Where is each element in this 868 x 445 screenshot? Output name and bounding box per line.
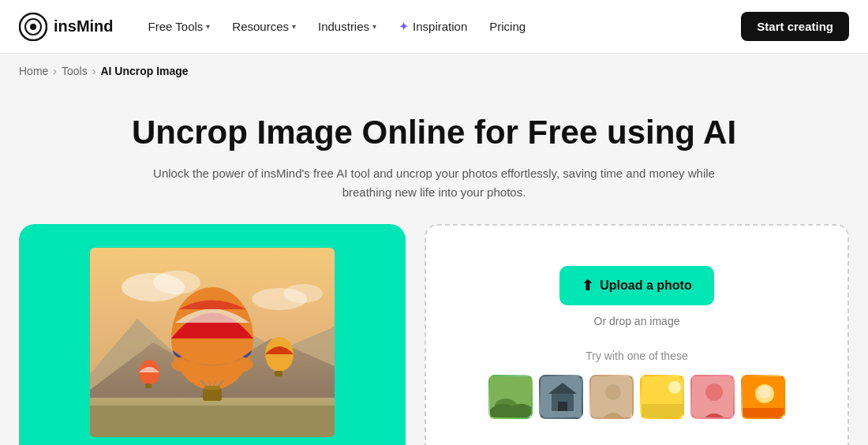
svg-rect-21 xyxy=(275,371,282,376)
sparkle-icon: ✦ xyxy=(398,19,409,34)
svg-rect-15 xyxy=(204,386,220,390)
logo[interactable]: insMind xyxy=(19,13,114,41)
breadcrumb-tools[interactable]: Tools xyxy=(62,65,88,77)
breadcrumb-separator: › xyxy=(53,65,57,77)
sample-thumb-6[interactable] xyxy=(741,375,785,419)
drop-text: Or drop an image xyxy=(594,315,680,327)
chevron-down-icon: ▾ xyxy=(206,22,210,31)
sample-thumb-3[interactable] xyxy=(589,375,634,419)
logo-icon xyxy=(19,13,47,41)
breadcrumb-separator: › xyxy=(92,65,96,77)
upload-panel: ⬆ Upload a photo Or drop an image Try wi… xyxy=(425,224,849,445)
svg-point-5 xyxy=(153,271,200,294)
nav-resources[interactable]: Resources ▾ xyxy=(223,13,305,39)
sample-images-row xyxy=(488,375,785,419)
svg-point-35 xyxy=(668,381,681,394)
breadcrumb: Home › Tools › AI Uncrop Image xyxy=(0,54,868,88)
nav-free-tools[interactable]: Free Tools ▾ xyxy=(139,13,220,39)
svg-rect-14 xyxy=(203,388,222,401)
chevron-down-icon: ▾ xyxy=(372,22,376,31)
nav-links: Free Tools ▾ Resources ▾ Industries ▾ ✦ … xyxy=(139,13,735,40)
balloon-preview-image xyxy=(90,248,335,437)
svg-rect-23 xyxy=(145,383,152,388)
svg-point-41 xyxy=(758,386,771,398)
upload-icon: ⬆ xyxy=(582,277,593,294)
navbar: insMind Free Tools ▾ Resources ▾ Industr… xyxy=(0,0,868,54)
svg-point-37 xyxy=(705,383,723,401)
svg-point-32 xyxy=(605,384,621,400)
svg-rect-30 xyxy=(558,402,567,411)
chevron-down-icon: ▾ xyxy=(292,22,296,31)
sample-thumb-2[interactable] xyxy=(539,375,583,419)
preview-panel xyxy=(19,224,406,445)
svg-rect-40 xyxy=(743,408,785,419)
svg-rect-34 xyxy=(642,404,684,419)
brand-name: insMind xyxy=(54,17,114,36)
start-creating-button[interactable]: Start creating xyxy=(741,12,849,41)
breadcrumb-home[interactable]: Home xyxy=(19,65,48,77)
breadcrumb-current: AI Uncrop Image xyxy=(100,65,188,77)
sample-thumb-1[interactable] xyxy=(488,375,533,419)
svg-rect-11 xyxy=(90,406,335,437)
nav-inspiration[interactable]: ✦ Inspiration xyxy=(389,13,477,40)
sample-thumb-5[interactable] xyxy=(690,375,735,419)
nav-industries[interactable]: Industries ▾ xyxy=(309,13,386,39)
upload-photo-button[interactable]: ⬆ Upload a photo xyxy=(559,266,713,305)
try-text: Try with one of these xyxy=(586,350,687,362)
main-content: ⬆ Upload a photo Or drop an image Try wi… xyxy=(0,224,868,445)
sample-thumb-4[interactable] xyxy=(640,375,684,419)
svg-point-2 xyxy=(30,24,36,30)
hero-title: Uncrop Image Online for Free using AI xyxy=(19,114,849,151)
svg-point-7 xyxy=(283,284,323,303)
hero-section: Uncrop Image Online for Free using AI Un… xyxy=(0,88,868,224)
hero-subtitle: Unlock the power of insMind's free AI to… xyxy=(150,164,718,202)
svg-point-13 xyxy=(171,353,253,376)
nav-pricing[interactable]: Pricing xyxy=(480,13,535,39)
